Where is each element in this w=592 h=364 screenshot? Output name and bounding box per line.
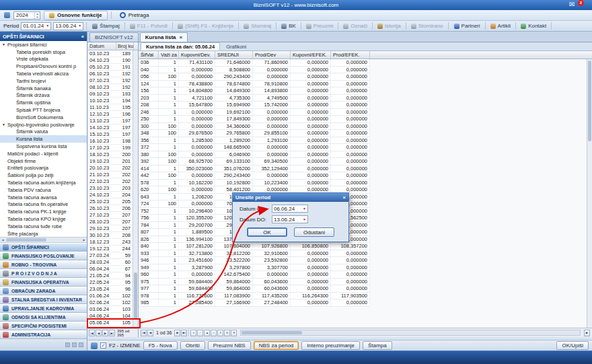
date-row[interactable]: 13.10.23197 xyxy=(88,118,138,124)
tab-biznisoft[interactable]: BIZNISOFT v12 xyxy=(89,32,139,42)
date-row[interactable]: 22.10.23202 xyxy=(88,178,138,185)
sidebar-section-obra-un-zarada[interactable]: OBRAČUN ZARADA xyxy=(0,287,87,295)
sidebar-section-upravljanje-kadrovima[interactable]: UPRAVLJANJE KADROVIMA xyxy=(0,304,87,313)
currency-row[interactable]: 20314,7211004,7353004,7495000,0000000,00… xyxy=(139,95,370,102)
date-row[interactable]: 22.05.2495 xyxy=(88,279,138,286)
tab-osnovne-funkcije[interactable]: Osnovne funkcije xyxy=(44,11,108,20)
tab-kursna-lista[interactable]: Kursna lista × xyxy=(140,32,188,42)
mail-button[interactable]: ✉ 2 xyxy=(569,1,581,9)
tree-item[interactable]: Propisani/Osnovni kontni p xyxy=(0,63,87,70)
tree-item[interactable]: Tabela računa avansa xyxy=(0,194,87,201)
nbs-za-period-button[interactable]: NBS za period xyxy=(254,341,299,350)
first-page-icon[interactable]: |◀ xyxy=(89,330,95,336)
sidebar-section-robno-trgovina[interactable]: ROBNO - TRGOVINA xyxy=(0,260,87,269)
currency-row[interactable]: 578110,16220010,19280010,2234000,0000000… xyxy=(139,180,370,187)
currency-row[interactable]: 35611,2853001,2892001,2931000,0000000,00… xyxy=(139,137,370,145)
tree-item[interactable]: Šifarnik opština xyxy=(0,99,87,106)
delete-row-icon[interactable]: − xyxy=(197,330,203,336)
subtab-grafikoni[interactable]: Grafikoni xyxy=(221,42,251,50)
date-row[interactable]: 18.12.23243 xyxy=(88,239,138,246)
search-button[interactable]: Pretraga xyxy=(115,11,154,20)
date-row[interactable]: 21.10.23202 xyxy=(88,172,138,178)
currency-row[interactable]: 9781116,732600117,083900117,435200116,26… xyxy=(139,293,370,300)
tree-item[interactable]: Spisak PTT brojeva xyxy=(0,106,87,114)
tree-item[interactable]: Tabela poreskih stopa xyxy=(0,48,87,56)
scrollbar-thumb[interactable] xyxy=(134,272,137,320)
date-row[interactable]: 30.10.23208 xyxy=(88,232,138,239)
tree-item[interactable]: Tabela vrednosti akciza xyxy=(0,70,87,77)
date-row[interactable]: 23.05.2496 xyxy=(88,286,138,293)
date-row[interactable]: 12.10.23196 xyxy=(88,111,138,118)
sidebar-section-stalna-sredstva-i-inventar[interactable]: STALNA SREDSTVA I INVENTAR xyxy=(0,295,87,304)
tree-item[interactable]: Matični podaci - klijenti xyxy=(0,150,87,157)
date-row[interactable]: 14.10.23197 xyxy=(88,124,138,131)
tree-item[interactable]: Tabela računa PK-1 knjige xyxy=(0,208,87,215)
datum-do-field[interactable]: 13.06.24 ▼ xyxy=(272,215,308,223)
currency-row[interactable]: 975159,68440059,86400060,0436000,0000000… xyxy=(139,279,370,286)
date-row[interactable]: 16.10.23198 xyxy=(88,138,138,145)
currency-row[interactable]: 94913,2879003,2978003,3077000,0000000,00… xyxy=(139,264,370,272)
date-row[interactable]: 04.06.24104 xyxy=(88,313,138,320)
filter-icon[interactable]: ▼ xyxy=(231,330,237,336)
sidebar-section-finansijska-operativa[interactable]: FINANSIJSKA OPERATIVA xyxy=(0,278,87,287)
tree-horizontal-scrollbar[interactable]: ◀ ▶ xyxy=(0,238,87,243)
scroll-right-icon[interactable]: ▶ xyxy=(81,238,87,242)
date-row[interactable]: 01.06.24102 xyxy=(88,293,138,299)
sidebar-section-odnosi-sa-klijentima[interactable]: ODNOSI SA KLIJENTIMA xyxy=(0,313,87,322)
f2-izmene-checkbox[interactable]: ✓ xyxy=(100,342,106,349)
column-header[interactable]: SREDNJI xyxy=(215,51,253,59)
dialog-close-icon[interactable]: × xyxy=(343,194,346,201)
date-row[interactable]: 15.10.23197 xyxy=(88,131,138,138)
date-row[interactable]: 10.10.23194 xyxy=(88,98,138,104)
date-grid-vertical-scrollbar[interactable] xyxy=(133,50,138,328)
tree-item[interactable]: ▼Propisani šifarnici xyxy=(0,41,87,48)
scrollbar-thumb[interactable] xyxy=(588,61,591,141)
tree-item[interactable]: Tabela računa KPO knjige xyxy=(0,215,87,223)
currency-row[interactable]: 3001000,00000034,3606000,0000000,0000000… xyxy=(139,123,370,131)
currency-row[interactable]: 0561000,000000290,2434000,0000000,000000… xyxy=(139,73,370,81)
period-to-field[interactable]: 13.06.24 ▼ xyxy=(53,22,83,30)
date-row[interactable]: 04.10.23190 xyxy=(88,57,138,64)
dropdown-icon[interactable]: ▼ xyxy=(303,218,306,221)
date-row[interactable]: 03.06.24103 xyxy=(88,306,138,313)
toolbar-button[interactable]: Partneri xyxy=(451,22,483,30)
date-row[interactable]: 18.10.23200 xyxy=(88,151,138,158)
toolbar-button[interactable]: Označi xyxy=(340,22,370,30)
tree-item[interactable]: Šabloni polja po želji xyxy=(0,172,87,179)
date-row[interactable]: 29.10.23207 xyxy=(88,225,138,232)
period-from-field[interactable]: 01.01.24 ▼ xyxy=(21,22,51,30)
tree-item[interactable]: Šifarnik država xyxy=(0,92,87,100)
datum-od-field[interactable]: 06.06.24 ▼ xyxy=(272,205,308,213)
date-row[interactable]: 21.05.2494 xyxy=(88,272,138,279)
subtab-kursna-lista-dan[interactable]: Kursna lista za dan: 05.06.24 xyxy=(141,42,220,50)
odustani-button[interactable]: Odustani xyxy=(294,227,334,237)
collapse-sidebar-icon[interactable]: « xyxy=(81,34,84,40)
date-row[interactable]: 08.10.23192 xyxy=(88,84,138,91)
ok-button[interactable]: OK xyxy=(247,227,287,237)
column-header[interactable]: Važi za xyxy=(159,51,179,59)
save-row-icon[interactable]: ✓ xyxy=(211,330,217,336)
currency-row[interactable]: 985127,08540027,16690027,2484000,0000000… xyxy=(139,299,370,307)
currency-row[interactable]: 04010,0000008,5088000,0000000,0000000,00… xyxy=(139,67,370,74)
scroll-left-icon[interactable]: ◀ xyxy=(0,238,5,242)
currency-row[interactable]: 8401107,281200107,604000107,926800106,85… xyxy=(139,243,370,250)
tree-item[interactable]: Tabela PDV računa xyxy=(0,186,87,194)
next-page-icon[interactable]: ▶ xyxy=(174,330,180,336)
date-row[interactable]: 26.10.23206 xyxy=(88,205,138,212)
date-row[interactable]: 06.10.23192 xyxy=(88,71,138,77)
toolbar-button[interactable]: (Shift) F3 - Knjiženje xyxy=(175,22,236,30)
ok-upisi-button[interactable]: OK/Upiši xyxy=(556,341,589,350)
append-row-icon[interactable]: + xyxy=(190,330,196,336)
date-row[interactable]: 02.06.24102 xyxy=(88,299,138,306)
grid-vertical-scrollbar[interactable] xyxy=(587,59,592,328)
grid-menu-icon[interactable] xyxy=(91,342,98,349)
currency-row[interactable]: 39210068,92570069,13310069,3405000,00000… xyxy=(139,158,370,166)
toolbar-button[interactable]: Štampaj xyxy=(89,22,122,30)
column-header-datum[interactable]: Datum xyxy=(88,42,116,50)
currency-row[interactable]: 25010,00000017,8493000,0000000,0000000,0… xyxy=(139,116,370,123)
next-page-icon[interactable]: ▶ xyxy=(102,330,108,336)
obri-i-button[interactable]: Obriši xyxy=(180,341,205,350)
date-row[interactable]: 07.10.23192 xyxy=(88,77,138,84)
date-row[interactable]: 17.10.23199 xyxy=(88,145,138,151)
column-header[interactable]: Prod/Dev xyxy=(253,51,291,59)
